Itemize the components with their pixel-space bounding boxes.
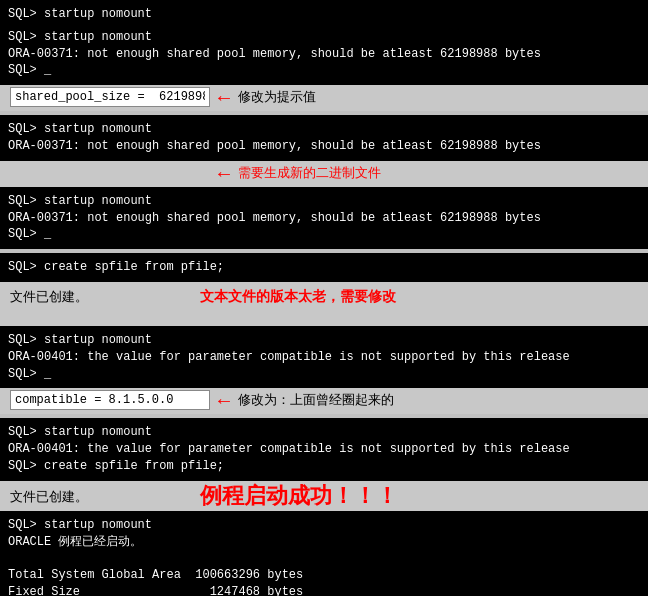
section2-terminal1: SQL> startup nomount ORA-00371: not enou… <box>0 115 648 161</box>
section2-annotation-label: 需要生成新的二进制文件 <box>238 164 381 182</box>
section4: SQL> startup nomount ORA-00401: the valu… <box>0 418 648 596</box>
compatible-input[interactable] <box>10 390 210 410</box>
section3-file-created: 文件已创建。 <box>10 288 88 306</box>
arrow-icon3: ← <box>214 390 234 410</box>
section3-terminal1: SQL> create spfile from pfile; <box>0 253 648 282</box>
arrow-icon: ← <box>214 87 234 107</box>
section1-terminal-block: SQL> startup nomount ORA-00371: not enou… <box>0 29 648 85</box>
arrow-icon2: ← <box>214 163 234 183</box>
section3-annotation: ← 修改为：上面曾经圈起来的 <box>0 388 648 414</box>
section1: SQL> startup nomount SQL> startup nomoun… <box>0 0 648 111</box>
section4-terminal1: SQL> startup nomount ORA-00401: the valu… <box>0 418 648 480</box>
section4-terminal2: SQL> startup nomount ORACLE 例程已经启动。 Tota… <box>0 511 648 596</box>
section3-big-annotation: 文本文件的版本太老，需要修改 <box>200 288 396 306</box>
section4-file-created: 文件已创建。 <box>10 488 88 506</box>
section3-terminal2: SQL> startup nomount ORA-00401: the valu… <box>0 326 648 388</box>
section1-annotation: ← 修改为提示值 <box>0 85 648 111</box>
section1-terminal: SQL> startup nomount <box>0 0 648 29</box>
shared-pool-size-input[interactable] <box>10 87 210 107</box>
section2-annotation: ← 需要生成新的二进制文件 <box>0 161 648 187</box>
section2-terminal2: SQL> startup nomount ORA-00371: not enou… <box>0 187 648 249</box>
section2: SQL> startup nomount ORA-00371: not enou… <box>0 115 648 249</box>
section1-annotation-label: 修改为提示值 <box>238 88 316 106</box>
section3: SQL> create spfile from pfile; 文件已创建。 文本… <box>0 253 648 414</box>
section4-success-text: 例程启动成功！！！ <box>200 481 398 511</box>
section3-annotation-label: 修改为：上面曾经圈起来的 <box>238 391 394 409</box>
